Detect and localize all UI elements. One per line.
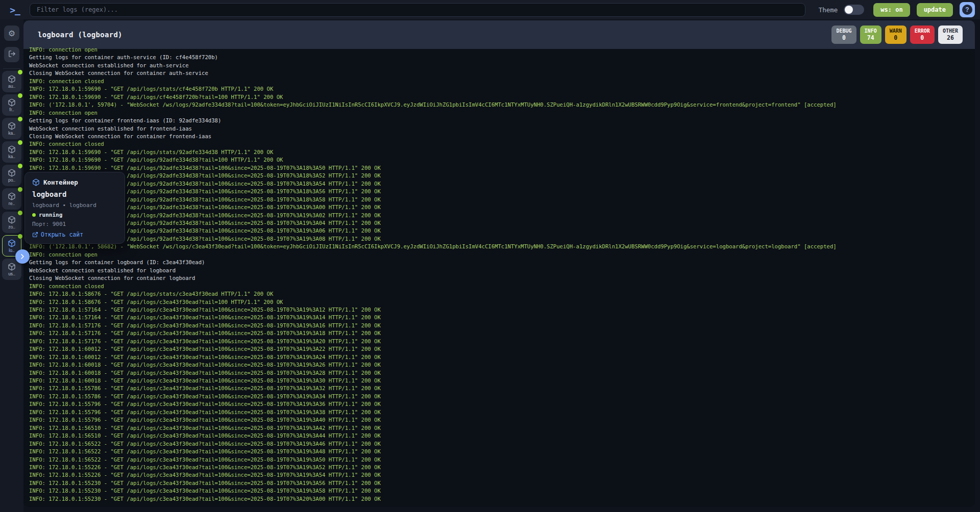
log-line: INFO: 172.18.0.1:59690 - "GET /api/logs/… <box>29 172 975 180</box>
sidebar-item-re[interactable]: re.. <box>2 188 21 210</box>
log-line: Getting logs for container frontend-iaas… <box>29 117 975 124</box>
container-cube-icon <box>32 178 40 186</box>
container-cube-icon <box>8 145 16 153</box>
logout-button[interactable] <box>4 47 19 62</box>
log-line: INFO: 172.18.0.1:55226 - "GET /api/logs/… <box>29 464 975 471</box>
topbar: >_ Theme ws: on update ? <box>0 0 980 19</box>
sidebar-item-label: ka.. <box>8 131 15 136</box>
log-line: INFO: 172.18.0.1:55796 - "GET /api/logs/… <box>29 400 975 408</box>
theme-toggle[interactable] <box>844 5 864 15</box>
sidebar-item-label: ka.. <box>8 154 15 159</box>
log-line: INFO: connection closed <box>29 78 975 85</box>
log-line: INFO: 172.18.0.1:55796 - "GET /api/logs/… <box>29 416 975 424</box>
level-badges: DEBUG0INFO74WARN0ERROR0OTHER26 <box>831 25 963 44</box>
running-dot <box>18 93 22 98</box>
logout-icon <box>8 50 16 60</box>
log-line: INFO: 172.18.0.1:58676 - "GET /api/logs/… <box>29 290 975 298</box>
log-output[interactable]: INFO: connection openGetting logs for co… <box>23 46 975 507</box>
log-line: INFO: 172.18.0.1:56510 - "GET /api/logs/… <box>29 432 975 440</box>
log-line: INFO: 172.18.0.1:59690 - "GET /api/logs/… <box>29 212 975 219</box>
log-line: INFO: 172.18.0.1:60018 - "GET /api/logs/… <box>29 369 975 377</box>
sidebar-item-ka[interactable]: ka.. <box>2 141 21 163</box>
tooltip-port: Порт: 9001 <box>32 221 117 227</box>
sidebar-item-au[interactable]: au.. <box>2 71 21 92</box>
sidebar-item-label: re.. <box>9 201 15 206</box>
log-line: INFO: 172.18.0.1:59690 - "GET /api/logs/… <box>29 219 975 227</box>
container-cube-icon <box>8 192 16 200</box>
sidebar-item-label: fr.. <box>9 107 14 112</box>
sidebar-item-zo[interactable]: zo.. <box>2 212 21 233</box>
chevron-right-icon <box>18 252 27 261</box>
container-cube-icon <box>8 75 16 83</box>
log-line: Closing WebSocket connection for contain… <box>29 133 975 140</box>
log-line: INFO: 172.18.0.1:56522 - "GET /api/logs/… <box>29 440 975 448</box>
log-line: INFO: 172.18.0.1:59690 - "GET /api/logs/… <box>29 188 975 195</box>
log-line: INFO: 172.18.0.1:55230 - "GET /api/logs/… <box>29 487 975 495</box>
open-site-label: Открыть сайт <box>41 231 83 238</box>
log-line: INFO: 172.18.0.1:60012 - "GET /api/logs/… <box>29 345 975 353</box>
sidebar-expand-button[interactable] <box>15 249 30 264</box>
badge-error: ERROR0 <box>910 25 935 44</box>
running-dot <box>18 140 22 145</box>
running-dot <box>18 234 22 239</box>
ws-toggle-button[interactable]: ws: on <box>873 3 910 17</box>
toggle-knob <box>845 6 853 14</box>
log-line: INFO: ('172.18.0.1', 58682) - "WebSocket… <box>29 243 975 250</box>
running-dot <box>18 187 22 192</box>
container-cube-icon <box>8 98 16 107</box>
update-button[interactable]: update <box>917 3 953 17</box>
sidebar-item-label: po.. <box>8 177 15 183</box>
panel-header: logboard (logboard) DEBUG0INFO74WARN0ERR… <box>23 20 975 49</box>
badge-warn: WARN0 <box>885 25 906 44</box>
log-line: INFO: 172.18.0.1:58676 - "GET /api/logs/… <box>29 298 975 306</box>
sidebar-item-label: au.. <box>8 84 15 89</box>
sidebar-item-po[interactable]: po.. <box>2 165 21 186</box>
tooltip-container-name: logboard <box>32 190 117 198</box>
status-text: running <box>39 212 62 218</box>
tooltip-title: Контейнер <box>43 178 78 186</box>
gear-icon: ⚙ <box>8 29 15 38</box>
log-line: INFO: connection open <box>29 251 975 259</box>
sidebar-item-fr[interactable]: fr.. <box>2 94 21 116</box>
question-mark-icon: ? <box>962 5 972 15</box>
container-tooltip: Контейнер logboard logboard • logboard r… <box>24 172 125 244</box>
filter-input[interactable] <box>30 3 805 17</box>
log-line: INFO: 172.18.0.1:59690 - "GET /api/logs/… <box>29 203 975 211</box>
running-dot <box>18 211 22 215</box>
log-line: INFO: connection closed <box>29 140 975 148</box>
log-line: INFO: 172.18.0.1:55786 - "GET /api/logs/… <box>29 385 975 392</box>
log-line: Getting logs for container auth-service … <box>29 54 975 61</box>
sidebar-item-ka[interactable]: ka.. <box>2 118 21 139</box>
log-line: INFO: 172.18.0.1:59690 - "GET /api/logs/… <box>29 235 975 243</box>
log-line: INFO: 172.18.0.1:55230 - "GET /api/logs/… <box>29 479 975 487</box>
tooltip-status: running <box>32 212 117 218</box>
settings-button[interactable]: ⚙ <box>4 25 19 41</box>
log-line: INFO: 172.18.0.1:55226 - "GET /api/logs/… <box>29 471 975 479</box>
log-line: INFO: 172.18.0.1:59690 - "GET /api/logs/… <box>29 196 975 203</box>
external-link-icon <box>32 232 38 238</box>
log-line: INFO: ('172.18.0.1', 59704) - "WebSocket… <box>29 101 975 109</box>
tooltip-subtitle: logboard • logboard <box>32 202 117 209</box>
log-line: INFO: 172.18.0.1:57176 - "GET /api/logs/… <box>29 322 975 329</box>
log-line: INFO: 172.18.0.1:59690 - "GET /api/logs/… <box>29 164 975 172</box>
log-line: INFO: 172.18.0.1:59690 - "GET /api/logs/… <box>29 180 975 188</box>
log-line: Closing WebSocket connection for contain… <box>29 69 975 77</box>
container-cube-icon <box>8 169 16 177</box>
log-line: INFO: 172.18.0.1:59690 - "GET /api/logs/… <box>29 156 975 164</box>
running-dot <box>18 70 22 74</box>
container-cube-icon <box>8 122 16 130</box>
log-line: INFO: 172.18.0.1:56522 - "GET /api/logs/… <box>29 456 975 464</box>
log-line: WebSocket connection established for fro… <box>29 125 975 133</box>
container-cube-icon <box>8 263 16 271</box>
log-line: WebSocket connection established for aut… <box>29 62 975 69</box>
log-line: INFO: 172.18.0.1:55796 - "GET /api/logs/… <box>29 408 975 416</box>
help-button[interactable]: ? <box>960 2 975 17</box>
open-site-link[interactable]: Открыть сайт <box>32 231 117 238</box>
running-dot <box>18 117 22 121</box>
log-line: INFO: connection closed <box>29 283 975 290</box>
tooltip-header: Контейнер <box>32 178 117 186</box>
log-line: INFO: 172.18.0.1:59690 - "GET /api/logs/… <box>29 227 975 235</box>
log-line: INFO: 172.18.0.1:56510 - "GET /api/logs/… <box>29 424 975 432</box>
badge-debug: DEBUG0 <box>831 25 856 44</box>
log-line: INFO: 172.18.0.1:60018 - "GET /api/logs/… <box>29 361 975 369</box>
